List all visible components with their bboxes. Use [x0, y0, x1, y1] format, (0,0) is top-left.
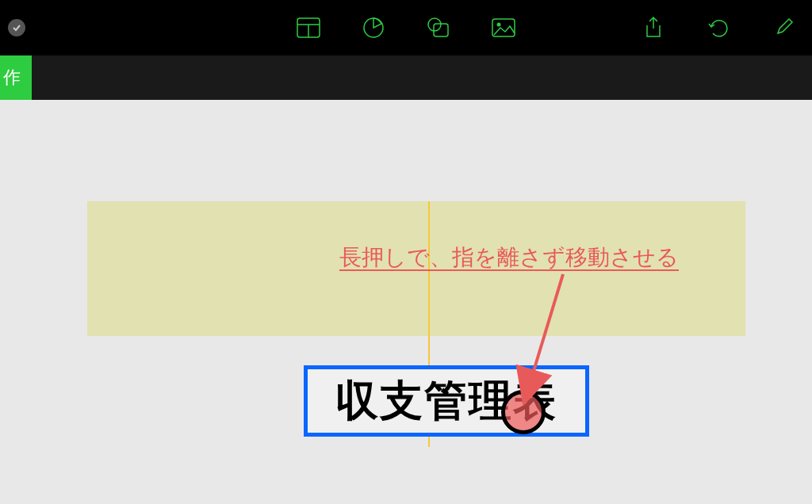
- undo-button[interactable]: [706, 15, 731, 40]
- selected-text-box[interactable]: 収支管理表: [304, 365, 589, 437]
- checkmark-icon: [12, 23, 21, 32]
- svg-point-7: [497, 23, 501, 27]
- mode-tag[interactable]: 作: [0, 55, 32, 100]
- shape-icon: [426, 16, 451, 40]
- undo-icon: [707, 16, 730, 40]
- mode-tag-label: 作: [3, 66, 21, 90]
- toolbar-right: [641, 15, 796, 40]
- annotation-text: 長押しで、指を離さず移動させる: [339, 242, 679, 273]
- done-button[interactable]: [8, 19, 25, 36]
- share-button[interactable]: [641, 15, 666, 40]
- insert-chart-button[interactable]: [361, 15, 386, 40]
- format-brush-button[interactable]: [771, 15, 796, 40]
- brush-icon: [772, 16, 795, 40]
- table-icon: [296, 17, 321, 39]
- insert-image-button[interactable]: [491, 15, 516, 40]
- insert-shape-button[interactable]: [426, 15, 451, 40]
- touch-indicator: [501, 390, 546, 434]
- pie-chart-icon: [362, 16, 385, 40]
- canvas-area[interactable]: 収支管理表 長押しで、指を離さず移動させる: [0, 100, 812, 504]
- share-icon: [643, 16, 664, 40]
- toolbar-center: [296, 15, 516, 40]
- insert-table-button[interactable]: [296, 15, 321, 40]
- top-toolbar: [0, 0, 812, 55]
- toolbar-left: [8, 19, 25, 36]
- mid-bar: 作: [0, 55, 812, 100]
- image-icon: [491, 17, 516, 38]
